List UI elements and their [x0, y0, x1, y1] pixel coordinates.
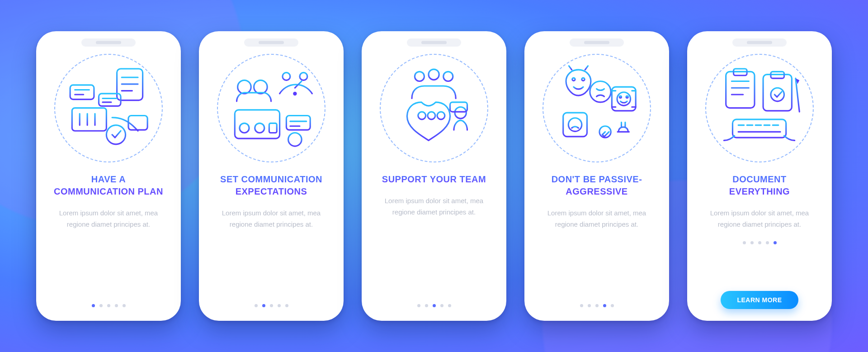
phone-passive-aggressive: DON'T BE PASSIVE-AGGRESSIVE Lorem ipsum …	[524, 31, 669, 321]
dot-4[interactable]	[115, 304, 118, 307]
page-indicator	[743, 241, 777, 246]
screen-body: Lorem ipsum dolor sit amet, mea regione …	[52, 208, 165, 230]
communication-plan-icon	[54, 54, 163, 162]
dot-1[interactable]	[743, 241, 746, 244]
dot-1[interactable]	[580, 304, 583, 307]
screen-heading: SUPPORT YOUR TEAM	[382, 173, 486, 186]
passive-aggressive-icon	[542, 54, 651, 162]
support-team-icon	[380, 54, 488, 162]
page-indicator	[255, 304, 288, 309]
phone-notch	[407, 38, 461, 47]
screen-heading: SET COMMUNICATION EXPECTATIONS	[215, 173, 328, 198]
phone-notch	[81, 38, 136, 47]
dot-4[interactable]	[440, 304, 443, 307]
dot-5[interactable]	[611, 304, 614, 307]
phone-notch	[732, 38, 787, 47]
phone-set-expectations: SET COMMUNICATION EXPECTATIONS Lorem ips…	[199, 31, 344, 321]
phone-notch	[244, 38, 298, 47]
dot-3[interactable]	[758, 241, 761, 244]
dot-5[interactable]	[123, 304, 126, 307]
document-everything-icon	[705, 54, 814, 162]
phone-row: HAVE A COMMUNICATION PLAN Lorem ipsum do…	[36, 31, 832, 321]
dot-1[interactable]	[92, 304, 95, 307]
dot-5[interactable]	[285, 304, 288, 307]
dot-1[interactable]	[255, 304, 258, 307]
dot-2[interactable]	[99, 304, 103, 307]
dot-3[interactable]	[595, 304, 599, 307]
screen-body: Lorem ipsum dolor sit amet, mea regione …	[377, 195, 491, 218]
screen-body: Lorem ipsum dolor sit amet, mea regione …	[215, 208, 328, 230]
dot-3[interactable]	[107, 304, 110, 307]
phone-notch	[570, 38, 624, 47]
dot-4[interactable]	[603, 304, 606, 307]
dot-4[interactable]	[766, 241, 769, 244]
phone-communication-plan: HAVE A COMMUNICATION PLAN Lorem ipsum do…	[36, 31, 181, 321]
screen-heading: DOCUMENT EVERYTHING	[703, 173, 816, 198]
screen-body: Lorem ipsum dolor sit amet, mea regione …	[703, 208, 816, 230]
dot-4[interactable]	[278, 304, 281, 307]
dot-2[interactable]	[750, 241, 754, 244]
screen-heading: DON'T BE PASSIVE-AGGRESSIVE	[540, 173, 653, 198]
expectations-icon	[217, 54, 326, 162]
phone-support-team: SUPPORT YOUR TEAM Lorem ipsum dolor sit …	[362, 31, 506, 321]
screen-body: Lorem ipsum dolor sit amet, mea regione …	[540, 208, 653, 230]
phone-document-everything: DOCUMENT EVERYTHING Lorem ipsum dolor si…	[687, 31, 832, 321]
screen-heading: HAVE A COMMUNICATION PLAN	[52, 173, 165, 198]
page-indicator	[92, 304, 126, 309]
dot-3[interactable]	[270, 304, 273, 307]
dot-5[interactable]	[448, 304, 451, 307]
page-indicator	[417, 304, 451, 309]
learn-more-button[interactable]: LEARN MORE	[721, 291, 798, 309]
dot-2[interactable]	[262, 304, 265, 307]
dot-1[interactable]	[417, 304, 420, 307]
page-indicator	[580, 304, 614, 309]
dot-2[interactable]	[588, 304, 591, 307]
dot-3[interactable]	[433, 304, 436, 307]
dot-2[interactable]	[425, 304, 428, 307]
dot-5[interactable]	[774, 241, 777, 244]
